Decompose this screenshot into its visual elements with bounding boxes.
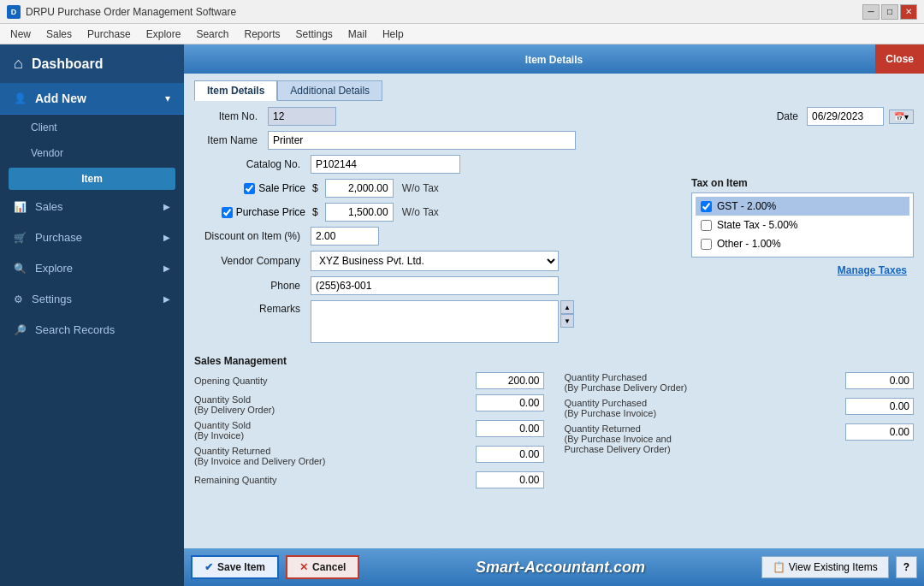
tax-state-checkbox[interactable] <box>701 220 712 231</box>
panel-title-text: Item Details <box>525 54 583 66</box>
search-records-icon: 🔎 <box>14 324 27 336</box>
date-input[interactable] <box>807 107 884 126</box>
sidebar-item-explore[interactable]: 🔍 Explore ▶ <box>0 253 184 284</box>
maximize-button[interactable]: □ <box>881 4 898 20</box>
menu-search[interactable]: Search <box>189 27 235 42</box>
sidebar-item-settings[interactable]: ⚙ Settings ▶ <box>0 284 184 315</box>
sidebar-add-new[interactable]: 👤 Add New ▾ <box>0 83 184 115</box>
window-close-button[interactable]: ✕ <box>900 4 917 20</box>
manage-taxes-link[interactable]: Manage Taxes <box>691 264 914 276</box>
view-existing-icon: 📋 <box>773 561 785 573</box>
menu-explore[interactable]: Explore <box>139 27 188 42</box>
item-no-left: Item No. <box>194 107 336 126</box>
help-button[interactable]: ? <box>896 556 917 578</box>
purchase-price-wo-tax: W/o Tax <box>402 206 439 218</box>
sales-row-qty-returned: Quantity Returned(By Invoice and Deliver… <box>194 446 544 466</box>
qty-sold-delivery-input[interactable] <box>476 394 544 411</box>
discount-label: Discount on Item (%) <box>194 230 305 242</box>
remarks-textarea[interactable] <box>311 300 559 343</box>
sales-management-title: Sales Management <box>194 355 914 367</box>
minimize-button[interactable]: ─ <box>862 4 880 20</box>
menu-bar: New Sales Purchase Explore Search Report… <box>0 24 924 44</box>
phone-input[interactable] <box>311 276 559 295</box>
sidebar-item-purchase[interactable]: 🛒 Purchase ▶ <box>0 222 184 253</box>
cancel-x-icon: ✕ <box>299 561 308 573</box>
purchase-price-currency: $ <box>312 206 318 218</box>
sidebar-item-client[interactable]: Client <box>0 115 184 140</box>
menu-new[interactable]: New <box>3 27 38 42</box>
sales-right-col: Quantity Purchased(By Purchase Delivery … <box>565 372 915 494</box>
remaining-qty-label: Remaining Quantity <box>194 475 471 485</box>
sale-price-row: Sale Price $ W/o Tax <box>194 179 683 198</box>
sidebar-item-search-records[interactable]: 🔎 Search Records <box>0 315 184 346</box>
remaining-qty-input[interactable] <box>476 471 544 488</box>
sales-row-remaining-qty: Remaining Quantity <box>194 471 544 488</box>
save-item-label: Save Item <box>217 561 265 573</box>
sales-row-qty-purchased-delivery: Quantity Purchased(By Purchase Delivery … <box>565 372 915 393</box>
sidebar-item-vendor[interactable]: Vendor <box>0 140 184 166</box>
qty-sold-delivery-label: Quantity Sold(By Delivery Order) <box>194 394 471 415</box>
qty-returned-purchase-input[interactable] <box>845 423 914 441</box>
content-area: Item Details Close Item Details Addition… <box>184 44 924 586</box>
sidebar: ⌂ Dashboard 👤 Add New ▾ Client Vendor It… <box>0 44 184 586</box>
item-name-row: Item Name <box>194 131 914 150</box>
cancel-button[interactable]: ✕ Cancel <box>286 555 359 579</box>
tax-item-gst[interactable]: GST - 2.00% <box>696 197 909 216</box>
purchase-arrow: ▶ <box>163 233 170 242</box>
settings-arrow: ▶ <box>163 294 170 304</box>
vendor-company-select[interactable]: XYZ Business Pvt. Ltd. ABC Corp DEF Ltd. <box>311 251 559 271</box>
purchase-price-checkbox[interactable] <box>222 207 233 218</box>
title-bar-controls: ─ □ ✕ <box>862 4 917 20</box>
purchase-price-row: Purchase Price $ W/o Tax <box>194 203 683 222</box>
opening-qty-input[interactable] <box>476 372 544 389</box>
tax-item-state[interactable]: State Tax - 5.00% <box>696 216 909 234</box>
item-details-panel: Item Details Close Item Details Addition… <box>184 44 924 548</box>
sale-price-currency: $ <box>312 182 318 194</box>
remarks-scroll-up[interactable]: ▲ <box>560 300 574 314</box>
menu-settings[interactable]: Settings <box>289 27 340 42</box>
sales-mgmt-grid: Opening Quantity Quantity Sold(By Delive… <box>194 372 914 494</box>
tab-item-details[interactable]: Item Details <box>194 80 277 101</box>
sales-arrow: ▶ <box>163 202 170 211</box>
sales-label: Sales <box>35 200 63 213</box>
menu-reports[interactable]: Reports <box>237 27 287 42</box>
menu-purchase[interactable]: Purchase <box>80 27 138 42</box>
sidebar-item-sales[interactable]: 📊 Sales ▶ <box>0 192 184 222</box>
sale-price-checkbox[interactable] <box>244 183 255 194</box>
sidebar-dashboard[interactable]: ⌂ Dashboard <box>0 44 184 83</box>
catalog-no-label: Catalog No. <box>194 158 305 170</box>
menu-mail[interactable]: Mail <box>341 27 374 42</box>
remarks-scroll-down[interactable]: ▼ <box>560 314 574 328</box>
tax-item-other[interactable]: Other - 1.00% <box>696 234 909 253</box>
qty-purchased-invoice-input[interactable] <box>845 398 914 415</box>
item-no-input[interactable] <box>268 107 336 126</box>
view-existing-items-button[interactable]: 📋 View Existing Items <box>761 556 889 578</box>
tab-additional-details[interactable]: Additional Details <box>277 80 382 101</box>
save-checkmark-icon: ✔ <box>204 561 213 573</box>
qty-sold-invoice-input[interactable] <box>476 420 544 437</box>
sales-row-opening-qty: Opening Quantity <box>194 372 544 389</box>
tab-row: Item Details Additional Details <box>194 80 914 100</box>
menu-help[interactable]: Help <box>376 27 411 42</box>
date-picker-button[interactable]: 📅▾ <box>889 110 914 124</box>
dashboard-label: Dashboard <box>32 56 104 72</box>
additional-details-col: Catalog No. Sale Price $ W/o Tax <box>194 155 683 348</box>
panel-close-button[interactable]: Close <box>875 44 924 74</box>
menu-sales[interactable]: Sales <box>39 27 79 42</box>
explore-arrow: ▶ <box>163 263 170 273</box>
catalog-no-input[interactable] <box>311 155 460 174</box>
add-new-arrow: ▾ <box>165 92 170 104</box>
sidebar-item-item[interactable]: Item <box>9 168 175 190</box>
tax-other-checkbox[interactable] <box>701 239 712 250</box>
sales-row-qty-sold-invoice: Quantity Sold(By Invoice) <box>194 420 544 441</box>
app-icon: D <box>7 5 21 19</box>
item-name-input[interactable] <box>268 131 576 150</box>
tax-gst-checkbox[interactable] <box>701 201 712 212</box>
purchase-price-input[interactable] <box>325 203 394 222</box>
qty-returned-input[interactable] <box>476 446 544 463</box>
sale-price-input[interactable] <box>325 179 394 198</box>
discount-input[interactable] <box>311 227 379 246</box>
add-new-label: Add New <box>35 92 86 105</box>
qty-purchased-delivery-input[interactable] <box>845 372 914 389</box>
save-item-button[interactable]: ✔ Save Item <box>191 555 279 579</box>
